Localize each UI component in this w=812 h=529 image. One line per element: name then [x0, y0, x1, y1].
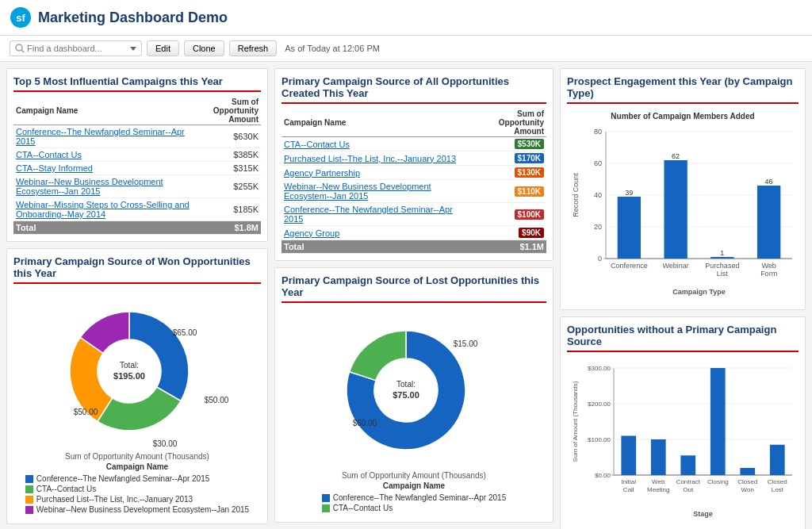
legend-color-swatch — [322, 504, 330, 512]
amount: $170K — [474, 151, 546, 166]
total-label: Total — [13, 221, 194, 235]
svg-text:Won: Won — [741, 486, 754, 493]
donut-segment-label: $60.00 — [353, 419, 377, 427]
left-column: Top 5 Most Influential Campaigns this Ye… — [6, 68, 268, 529]
legend-item: Conference--The Newfangled Seminar--Apr … — [25, 474, 209, 483]
legend-label: CTA--Contact Us — [36, 485, 96, 493]
campaign-name[interactable]: Conference--The Newfangled Seminar--Apr … — [13, 125, 194, 148]
svg-text:Lost: Lost — [772, 486, 784, 493]
engagement-panel-title: Prospect Engagement this Year (by Campai… — [567, 75, 799, 104]
legend-label: Conference--The Newfangled Seminar--Apr … — [36, 474, 209, 483]
won-donut-chart: Total:$195.00$65.00$50.00$50.00$30.00 — [42, 292, 232, 450]
table-row: CTA--Contact Us$385K — [13, 148, 261, 162]
toolbar: Edit Clone Refresh As of Today at 12:06 … — [0, 36, 812, 62]
header: sf Marketing Dashboard Demo — [0, 0, 812, 36]
x-axis-label: Stage — [693, 510, 713, 518]
total-amount: $1.8M — [194, 221, 262, 235]
table-row: CTA--Stay Informed$315K — [13, 162, 261, 175]
campaign-name[interactable]: CTA--Contact Us — [13, 148, 194, 162]
donut-segment-label: $30.00 — [153, 439, 178, 448]
won-panel-title: Primary Campaign Source of Won Opportuni… — [13, 255, 261, 284]
all-table: Campaign Name Sum of OpportunityAmount C… — [282, 109, 546, 254]
top5-panel-title: Top 5 Most Influential Campaigns this Ye… — [13, 75, 261, 92]
y-axis-label: Sum of Amount (Thousands) — [572, 381, 579, 462]
no-source-panel-title: Opportunities without a Primary Campaign… — [567, 324, 799, 352]
donut-segment-label: $65.00 — [173, 328, 197, 337]
legend-label: Conference--The Newfangled Seminar--Apr … — [333, 493, 506, 502]
legend-label: CTA--Contact Us — [333, 504, 393, 512]
table-row: CTA--Contact Us$530K — [282, 137, 546, 151]
bar — [651, 439, 666, 475]
campaign-name[interactable]: CTA--Contact Us — [282, 137, 474, 151]
all-panel-title: Primary Campaign Source of All Opportuni… — [282, 75, 546, 104]
bar-x-label: Closed — [768, 478, 787, 485]
table-row: Webinar--New Business Development Ecosys… — [282, 180, 546, 203]
legend-item: CTA--Contact Us — [322, 504, 393, 512]
campaign-name[interactable]: Purchased List--The List, Inc.--January … — [282, 151, 474, 166]
refresh-button[interactable]: Refresh — [229, 40, 278, 56]
campaign-name[interactable]: Agency Partnership — [282, 166, 474, 180]
lost-legend: Conference--The Newfangled Seminar--Apr … — [322, 493, 506, 512]
campaign-name[interactable]: Webinar--New Business Development Ecosys… — [13, 175, 194, 198]
svg-point-2 — [16, 44, 22, 51]
engagement-chart-title: Number of Campaign Members Added — [570, 112, 795, 121]
donut-segment — [98, 387, 181, 431]
table-total-row: Total$1.8M — [13, 221, 261, 235]
search-box[interactable] — [10, 40, 142, 56]
mid-column: Primary Campaign Source of All Opportuni… — [274, 68, 553, 529]
bar-x-label: Webinar — [662, 262, 688, 270]
table-row: Webinar--New Business Development Ecosys… — [13, 175, 261, 198]
amount: $110K — [474, 180, 546, 203]
table-row: Purchased List--The List, Inc.--January … — [282, 151, 546, 166]
svg-text:Meeting: Meeting — [647, 486, 669, 493]
donut-total-label: Total: — [120, 361, 139, 370]
donut-segment-label: $50.00 — [205, 396, 229, 404]
amount: $630K — [194, 125, 262, 148]
svg-text:20: 20 — [594, 223, 602, 231]
campaign-name[interactable]: Conference--The Newfangled Seminar--Apr … — [282, 203, 474, 226]
won-axis-label: Sum of Opportunity Amount (Thousands) — [65, 452, 209, 461]
salesforce-logo-icon: sf — [10, 6, 32, 29]
bar-x-label: Web — [652, 478, 665, 485]
top5-col-name: Campaign Name — [13, 97, 194, 125]
top5-table-body: Conference--The Newfangled Seminar--Apr … — [13, 125, 261, 235]
svg-text:List: List — [717, 270, 729, 278]
legend-color-swatch — [25, 506, 33, 514]
lost-donut-chart: Total:$75.00$15.00$60.00 — [319, 311, 509, 470]
clone-button[interactable]: Clone — [184, 40, 224, 56]
donut-total-value: $75.00 — [393, 390, 419, 400]
y-axis-label: Record Count — [572, 173, 580, 217]
search-input[interactable] — [27, 44, 130, 53]
svg-text:$200.00: $200.00 — [588, 401, 611, 408]
table-row: Webinar--Missing Steps to Cross-Selling … — [13, 198, 261, 221]
all-panel: Primary Campaign Source of All Opportuni… — [274, 68, 553, 261]
engagement-chart-area: Number of Campaign Members Added 0204060… — [567, 109, 799, 303]
total-label: Total — [282, 240, 474, 254]
campaign-name[interactable]: CTA--Stay Informed — [13, 162, 194, 175]
campaign-name[interactable]: Webinar--New Business Development Ecosys… — [282, 180, 474, 203]
donut-segment — [129, 312, 189, 401]
x-axis-label: Campaign Type — [672, 288, 725, 296]
svg-text:1: 1 — [720, 249, 724, 257]
campaign-name[interactable]: Webinar--Missing Steps to Cross-Selling … — [13, 198, 194, 221]
bar-x-label: Contract — [676, 478, 701, 485]
svg-text:$300.00: $300.00 — [588, 365, 611, 372]
amount: $185K — [194, 198, 262, 221]
won-panel: Primary Campaign Source of Won Opportuni… — [6, 248, 268, 524]
top5-panel: Top 5 Most Influential Campaigns this Ye… — [6, 68, 268, 242]
bar-x-label: Initial — [621, 478, 636, 485]
bar — [664, 160, 687, 259]
svg-text:Out: Out — [683, 486, 694, 493]
svg-text:0: 0 — [598, 255, 602, 263]
all-col-amount: Sum of OpportunityAmount — [474, 109, 546, 137]
svg-text:40: 40 — [594, 191, 602, 199]
campaign-name[interactable]: Agency Group — [282, 226, 474, 240]
edit-button[interactable]: Edit — [147, 40, 179, 56]
won-donut-container: Total:$195.00$65.00$50.00$50.00$30.00 Su… — [13, 289, 261, 517]
no-source-bar-chart: $0.00$100.00$200.00$300.00CallInitialMee… — [570, 360, 800, 519]
amount: $130K — [474, 166, 546, 180]
lost-donut-container: Total:$75.00$15.00$60.00 Sum of Opportun… — [282, 308, 546, 516]
legend-item: Conference--The Newfangled Seminar--Apr … — [322, 493, 506, 502]
bar — [710, 257, 733, 259]
toolbar-status: As of Today at 12:06 PM — [285, 44, 380, 53]
